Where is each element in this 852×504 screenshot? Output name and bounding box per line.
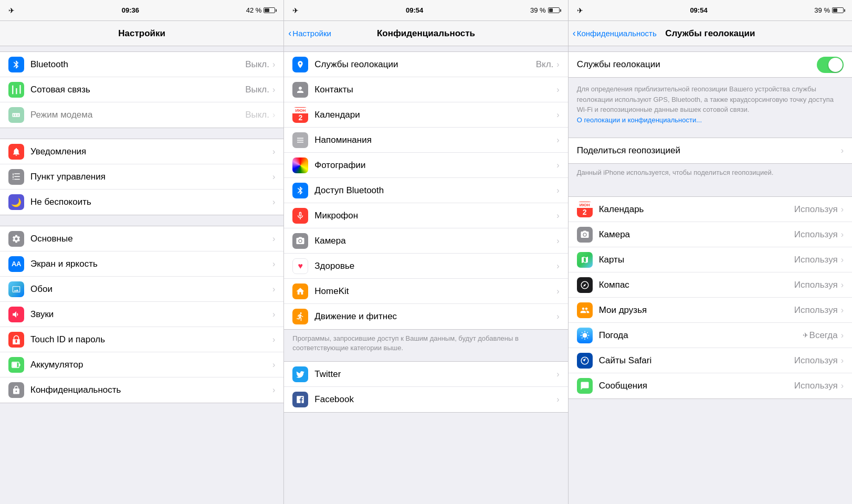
item-share-location[interactable]: Поделиться геопозицией › [569, 138, 852, 163]
item-safari-app[interactable]: Сайты Safari Используя › [569, 348, 852, 373]
sounds-icon [8, 307, 24, 322]
facebook-label: Facebook [314, 394, 556, 405]
privacy-chevron: › [272, 385, 275, 395]
calendars-icon: ИЮН 2 [292, 107, 308, 123]
calendars-label: Календари [314, 110, 556, 120]
bluetooth-chevron: › [272, 60, 275, 69]
maps-app-icon [577, 252, 593, 268]
item-reminders[interactable]: Напоминания › [284, 128, 567, 153]
camera-app-value: Используя [794, 229, 838, 240]
item-camera-priv[interactable]: Камера › [284, 228, 567, 254]
item-bluetooth-access[interactable]: Доступ Bluetooth › [284, 178, 567, 203]
airplane-icon-p3: ✈ [577, 6, 583, 15]
compass-app-icon [577, 277, 593, 293]
twitter-label: Twitter [314, 369, 556, 380]
bluetooth-access-icon [292, 183, 308, 198]
item-cellular[interactable]: Сотовая связь Выкл. › [0, 77, 283, 102]
item-privacy[interactable]: Конфиденциальность › [0, 377, 283, 403]
item-location-toggle[interactable]: Службы геолокации [569, 52, 852, 77]
touchid-chevron: › [272, 335, 275, 344]
camera-app-label: Камера [599, 229, 794, 240]
nav-bar-location: ‹ Конфиденциальность Службы геолокации [569, 21, 852, 46]
item-twitter[interactable]: Twitter › [284, 362, 567, 387]
bluetooth-value: Выкл. [245, 59, 269, 70]
homekit-chevron: › [556, 287, 559, 296]
item-touchid[interactable]: Touch ID и пароль › [0, 327, 283, 352]
item-friends-app[interactable]: Мои друзья Используя › [569, 298, 852, 323]
item-location-services[interactable]: Службы геолокации Вкл. › [284, 52, 567, 77]
item-health[interactable]: ♥ Здоровье › [284, 254, 567, 279]
camera-priv-icon [292, 233, 308, 249]
compass-app-chevron: › [841, 280, 844, 290]
section-general: Основные › AA Экран и яркость › Обои › [0, 226, 283, 403]
item-motion[interactable]: Движение и фитнес › [284, 304, 567, 329]
scroll-location[interactable]: Службы геолокации Для определения прибли… [569, 46, 852, 504]
calendars-chevron: › [556, 110, 559, 120]
messages-app-chevron: › [841, 381, 844, 391]
panel-location: ‹ Конфиденциальность Службы геолокации С… [569, 21, 852, 504]
homekit-icon [292, 284, 308, 299]
cellular-label: Сотовая связь [30, 85, 245, 95]
maps-app-value: Используя [794, 255, 838, 265]
scroll-privacy[interactable]: Службы геолокации Вкл. › Контакты › [284, 46, 567, 504]
item-contacts[interactable]: Контакты › [284, 77, 567, 102]
item-microphone[interactable]: Микрофон › [284, 203, 567, 228]
item-battery[interactable]: Аккумулятор › [0, 352, 283, 377]
control-chevron: › [272, 172, 275, 182]
photos-chevron: › [556, 161, 559, 170]
item-messages-app[interactable]: Сообщения Используя › [569, 373, 852, 398]
nav-bar-settings: Настройки [0, 21, 283, 46]
contacts-icon [292, 82, 308, 98]
camera-priv-chevron: › [556, 236, 559, 246]
microphone-chevron: › [556, 211, 559, 220]
reminders-label: Напоминания [314, 135, 556, 145]
scroll-settings[interactable]: Bluetooth Выкл. › Сотовая связь Выкл. › [0, 46, 283, 504]
status-left-p1: ✈ [8, 6, 15, 15]
reminders-chevron: › [556, 135, 559, 145]
item-homekit[interactable]: HomeKit › [284, 279, 567, 304]
item-calendars[interactable]: ИЮН 2 Календари › [284, 102, 567, 128]
photos-icon [292, 158, 308, 173]
wallpaper-label: Обои [30, 284, 272, 295]
location-info-block: Для определения приблизительной геопозиц… [569, 78, 852, 127]
back-btn-location[interactable]: ‹ Конфиденциальность [573, 28, 657, 39]
item-compass-app[interactable]: Компас Используя › [569, 272, 852, 298]
item-wallpaper[interactable]: Обои › [0, 277, 283, 302]
calendar-app-icon: ИЮН 2 [577, 202, 593, 217]
list-extra: Twitter › Facebook › [284, 361, 567, 413]
messages-app-value: Используя [794, 381, 838, 391]
calendar-app-value: Используя [794, 204, 838, 215]
list-notifications: Уведомления › Пункт управления › 🌙 [0, 139, 283, 215]
item-weather-app[interactable]: Погода ✈ Всегда › [569, 323, 852, 348]
general-icon [8, 231, 24, 247]
messages-app-label: Сообщения [599, 381, 794, 391]
item-dnd[interactable]: 🌙 Не беспокоить › [0, 190, 283, 215]
bluetooth-label: Bluetooth [30, 59, 245, 70]
list-share-location: Поделиться геопозицией › [569, 138, 852, 164]
status-right-p1: 42 % [246, 6, 276, 14]
item-display[interactable]: AA Экран и яркость › [0, 251, 283, 277]
item-sounds[interactable]: Звуки › [0, 302, 283, 327]
item-photos[interactable]: Фотографии › [284, 153, 567, 178]
camera-priv-label: Камера [314, 236, 556, 246]
display-chevron: › [272, 259, 275, 269]
item-control[interactable]: Пункт управления › [0, 164, 283, 190]
contacts-label: Контакты [314, 85, 556, 95]
item-facebook[interactable]: Facebook › [284, 387, 567, 412]
location-value: Вкл. [536, 59, 554, 70]
location-toggle-switch[interactable] [817, 57, 844, 73]
item-maps-app[interactable]: Карты Используя › [569, 247, 852, 272]
item-general[interactable]: Основные › [0, 226, 283, 251]
item-bluetooth[interactable]: Bluetooth Выкл. › [0, 52, 283, 77]
item-calendar-app[interactable]: ИЮН 2 Календарь Используя › [569, 197, 852, 222]
panel-privacy: ‹ Настройки Конфиденциальность Службы ге… [284, 21, 568, 504]
back-btn-privacy[interactable]: ‹ Настройки [288, 28, 331, 39]
location-info-link[interactable]: О геолокации и конфиденциальности... [577, 116, 702, 124]
item-notifications[interactable]: Уведомления › [0, 139, 283, 164]
battery-p3 [832, 7, 844, 13]
item-camera-app[interactable]: Камера Используя › [569, 222, 852, 247]
battery-chevron: › [272, 360, 275, 370]
notifications-chevron: › [272, 147, 275, 156]
battery-pct-p3: 39 % [814, 6, 830, 14]
item-modem[interactable]: Режим модема Выкл. › [0, 102, 283, 128]
